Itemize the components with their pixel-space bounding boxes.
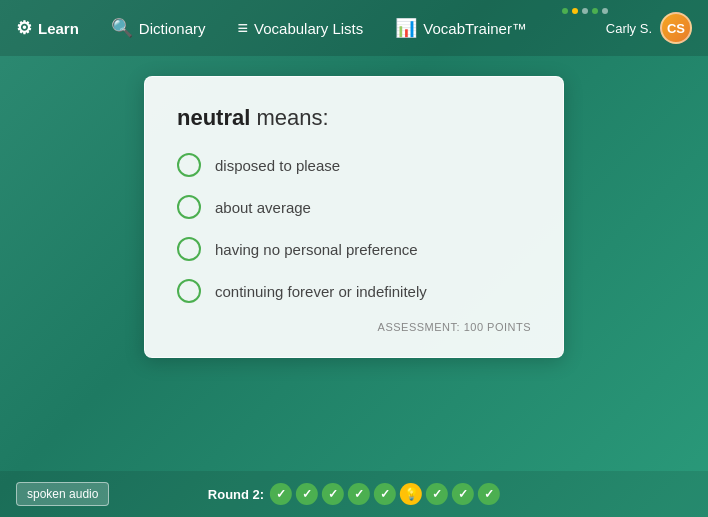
nav-learn-label: Learn (38, 20, 79, 37)
badge-6: 💡 (400, 483, 422, 505)
question-title: neutral means: (177, 105, 531, 131)
nav-dictionary[interactable]: 🔍 Dictionary (111, 17, 206, 39)
main-content: neutral means: disposed to please about … (0, 56, 708, 358)
option-text-a: disposed to please (215, 157, 340, 174)
badge-3: ✓ (322, 483, 344, 505)
nav-vocab-lists-label: Vocabulary Lists (254, 20, 363, 37)
badge-2: ✓ (296, 483, 318, 505)
nav-learn[interactable]: ⚙ Learn (16, 17, 79, 39)
dictionary-icon: 🔍 (111, 17, 133, 39)
answer-option-d[interactable]: continuing forever or indefinitely (177, 279, 531, 303)
bottom-bar: spoken audio Round 2: ✓ ✓ ✓ ✓ ✓ 💡 ✓ ✓ ✓ (0, 471, 708, 517)
answer-option-c[interactable]: having no personal preference (177, 237, 531, 261)
spoken-audio-button[interactable]: spoken audio (16, 482, 109, 506)
badge-9: ✓ (478, 483, 500, 505)
nav-vocab-trainer-label: VocabTrainer™ (423, 20, 527, 37)
answer-option-b[interactable]: about average (177, 195, 531, 219)
user-name: Carly S. (606, 21, 652, 36)
radio-d[interactable] (177, 279, 201, 303)
badge-8: ✓ (452, 483, 474, 505)
avatar: CS (660, 12, 692, 44)
round-badges: ✓ ✓ ✓ ✓ ✓ 💡 ✓ ✓ ✓ (270, 483, 500, 505)
radio-c[interactable] (177, 237, 201, 261)
answer-option-a[interactable]: disposed to please (177, 153, 531, 177)
radio-a[interactable] (177, 153, 201, 177)
round-label-area: Round 2: ✓ ✓ ✓ ✓ ✓ 💡 ✓ ✓ ✓ (208, 483, 500, 505)
learn-icon: ⚙ (16, 17, 32, 39)
option-text-b: about average (215, 199, 311, 216)
nav-dictionary-label: Dictionary (139, 20, 206, 37)
badge-5: ✓ (374, 483, 396, 505)
option-text-d: continuing forever or indefinitely (215, 283, 427, 300)
user-area[interactable]: Carly S. CS (606, 12, 692, 44)
radio-b[interactable] (177, 195, 201, 219)
nav-vocab-trainer[interactable]: 📊 VocabTrainer™ (395, 17, 527, 39)
vocab-trainer-icon: 📊 (395, 17, 417, 39)
badge-4: ✓ (348, 483, 370, 505)
badge-7: ✓ (426, 483, 448, 505)
decoration-dots (562, 8, 608, 14)
navbar: ⚙ Learn 🔍 Dictionary ≡ Vocabulary Lists … (0, 0, 708, 56)
quiz-card: neutral means: disposed to please about … (144, 76, 564, 358)
vocab-lists-icon: ≡ (238, 18, 249, 39)
quiz-word: neutral (177, 105, 250, 130)
badge-1: ✓ (270, 483, 292, 505)
question-suffix: means: (250, 105, 328, 130)
assessment-label: ASSESSMENT: 100 POINTS (177, 321, 531, 333)
option-text-c: having no personal preference (215, 241, 418, 258)
nav-vocab-lists[interactable]: ≡ Vocabulary Lists (238, 18, 364, 39)
round-text: Round 2: (208, 487, 264, 502)
